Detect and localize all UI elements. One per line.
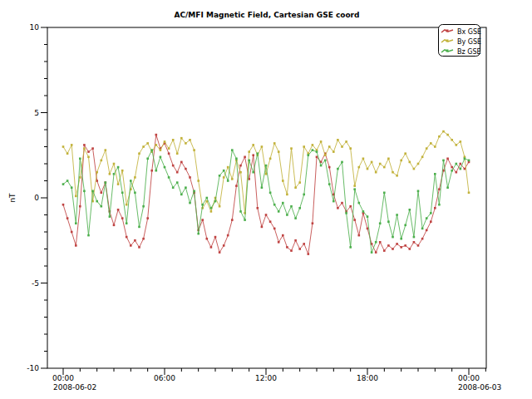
data-point-marker xyxy=(252,171,254,174)
data-point-marker xyxy=(155,170,158,172)
data-point-marker xyxy=(278,150,280,153)
data-point-marker xyxy=(134,176,136,179)
data-point-marker xyxy=(62,145,65,148)
data-point-marker xyxy=(189,139,191,141)
data-point-marker xyxy=(303,145,305,148)
data-point-marker xyxy=(430,142,432,145)
legend-label-bz: Bz GSE xyxy=(457,48,481,56)
data-point-marker xyxy=(345,212,347,214)
data-point-marker xyxy=(261,226,264,229)
data-point-marker xyxy=(248,178,250,180)
data-point-marker xyxy=(101,160,103,162)
data-point-marker xyxy=(176,181,179,184)
data-point-marker xyxy=(286,194,288,196)
data-point-marker xyxy=(269,192,272,195)
data-point-marker xyxy=(248,150,250,153)
data-point-marker xyxy=(308,253,310,255)
data-point-marker xyxy=(349,205,352,208)
data-point-marker xyxy=(269,158,272,160)
data-point-marker xyxy=(117,209,120,211)
data-point-marker xyxy=(464,168,466,170)
data-point-marker xyxy=(197,233,200,235)
data-point-marker xyxy=(134,239,136,242)
data-point-marker xyxy=(261,186,264,189)
data-point-marker xyxy=(66,217,69,219)
data-point-marker xyxy=(332,150,335,153)
data-point-marker xyxy=(294,239,297,242)
data-point-marker xyxy=(303,194,305,196)
data-point-marker xyxy=(113,173,116,175)
data-point-marker xyxy=(316,150,318,153)
data-point-marker xyxy=(219,251,221,254)
data-point-marker xyxy=(446,158,449,160)
data-point-marker xyxy=(353,188,356,190)
data-point-marker xyxy=(434,207,436,209)
data-point-marker xyxy=(367,168,369,170)
data-point-marker xyxy=(392,248,394,250)
start-date-label: 2008-06-02 xyxy=(53,383,96,392)
data-point-marker xyxy=(286,214,288,216)
data-point-marker xyxy=(96,171,98,174)
data-point-marker xyxy=(324,154,327,156)
data-point-marker xyxy=(142,145,145,148)
data-point-marker xyxy=(442,160,445,162)
data-point-marker xyxy=(404,224,406,227)
data-point-marker xyxy=(278,210,280,213)
data-point-marker xyxy=(248,160,250,162)
data-point-marker xyxy=(451,166,453,169)
data-point-marker xyxy=(83,190,86,193)
x-tick-label: 18:00 xyxy=(357,374,378,382)
data-point-marker xyxy=(379,163,382,165)
data-point-marker xyxy=(150,149,153,151)
data-point-marker xyxy=(269,220,272,223)
data-point-marker xyxy=(75,222,77,224)
data-point-marker xyxy=(121,217,124,219)
data-point-marker xyxy=(438,188,441,190)
data-point-marker xyxy=(468,160,470,162)
data-point-marker xyxy=(150,170,153,172)
plot-border xyxy=(47,27,486,368)
data-point-marker xyxy=(392,236,394,239)
data-point-marker xyxy=(265,173,268,175)
data-point-marker xyxy=(121,192,124,195)
data-point-marker xyxy=(79,205,81,208)
data-point-marker xyxy=(456,171,458,174)
data-point-marker xyxy=(206,238,209,240)
data-point-marker xyxy=(176,152,179,155)
data-point-marker xyxy=(168,176,170,179)
data-point-marker xyxy=(138,246,140,249)
data-point-marker xyxy=(400,246,402,249)
data-point-marker xyxy=(227,166,229,169)
series-line-by-gse xyxy=(63,131,469,213)
data-point-marker xyxy=(168,147,170,150)
data-point-marker xyxy=(387,220,390,223)
data-point-marker xyxy=(101,192,103,195)
data-point-marker xyxy=(446,134,449,136)
data-point-marker xyxy=(126,204,128,206)
data-point-marker xyxy=(451,170,453,172)
data-point-marker xyxy=(392,171,394,174)
data-point-marker xyxy=(71,231,73,234)
x-tick-label: 00:00 xyxy=(458,374,480,382)
data-point-marker xyxy=(231,149,234,151)
data-point-marker xyxy=(362,210,365,213)
magnetic-field-chart: AC/MFI Magnetic Field, Cartesian GSE coo… xyxy=(0,0,532,399)
data-point-marker xyxy=(96,200,98,203)
data-point-marker xyxy=(341,161,343,164)
data-point-marker xyxy=(113,163,116,165)
data-point-marker xyxy=(460,163,462,165)
data-point-marker xyxy=(244,219,246,221)
data-point-marker xyxy=(337,139,339,141)
data-point-marker xyxy=(349,246,352,249)
data-point-marker xyxy=(185,142,187,145)
data-point-marker xyxy=(146,158,149,160)
data-point-marker xyxy=(413,241,416,244)
data-point-marker xyxy=(320,165,323,167)
data-point-marker xyxy=(371,161,373,164)
data-point-marker xyxy=(201,204,204,206)
data-point-marker xyxy=(434,145,436,148)
data-point-marker xyxy=(362,158,365,160)
data-point-marker xyxy=(460,140,462,143)
data-point-marker xyxy=(337,168,339,170)
data-point-marker xyxy=(468,192,470,195)
